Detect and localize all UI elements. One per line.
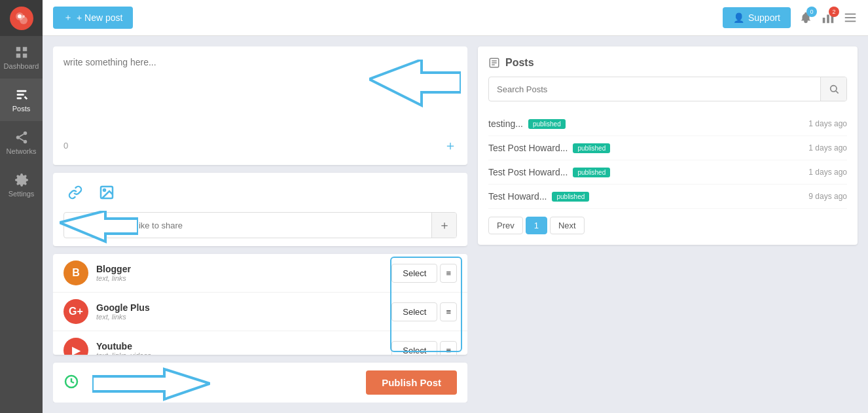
googleplus-menu-button[interactable]: ≡ [440, 302, 457, 321]
textarea-footer: 0 ＋ [63, 137, 457, 154]
url-input-row: ＋ [63, 212, 457, 238]
topbar-right: 👤 Support 0 2 [723, 7, 858, 28]
youtube-actions: Select ≡ [391, 341, 457, 355]
svg-line-14 [19, 138, 23, 141]
topbar-left: ＋ + New post [53, 7, 133, 29]
post-title-2: Test Post Howard... [488, 167, 568, 177]
googleplus-name: Google Plus [96, 302, 384, 313]
svg-line-33 [836, 91, 839, 94]
svg-rect-19 [845, 14, 856, 15]
post-title-1: Test Post Howard... [488, 143, 568, 153]
youtube-info: Youtube text, links, videos [96, 341, 384, 355]
sidebar-item-networks[interactable]: Networks [0, 121, 43, 164]
blogger-menu-button[interactable]: ≡ [440, 264, 457, 283]
posts-panel-title: Posts [488, 57, 847, 69]
post-item-3: Test Howard... published 9 days ago [488, 185, 847, 209]
topbar: ＋ + New post 👤 Support 0 2 [43, 0, 868, 36]
logo-icon [10, 7, 33, 30]
schedule-icon-button[interactable] [63, 374, 79, 391]
blogger-info: Blogger text, links [96, 264, 384, 282]
media-card: ＋ [53, 173, 467, 246]
image-icon-button[interactable] [95, 181, 118, 204]
posts-search-button[interactable] [820, 77, 846, 101]
content-area: 0 ＋ [43, 36, 868, 413]
post-time-2: 1 days ago [808, 168, 847, 177]
googleplus-actions: Select ≡ [391, 302, 457, 321]
chart-icon-button[interactable]: 2 [821, 10, 835, 25]
svg-point-12 [16, 135, 20, 139]
post-textarea[interactable] [63, 57, 457, 129]
youtube-name: Youtube [96, 341, 384, 351]
googleplus-types: text, links [96, 313, 384, 321]
post-item-left-3: Test Howard... published [488, 191, 589, 202]
posts-search-row [488, 77, 847, 101]
post-status-3: published [552, 192, 589, 202]
publish-card: Publish Post [53, 363, 467, 403]
googleplus-info: Google Plus text, links [96, 302, 384, 321]
blogger-name: Blogger [96, 264, 384, 274]
post-item-0: testing... published 1 days ago [488, 112, 847, 136]
menu-icon-button[interactable] [843, 10, 858, 25]
network-row-blogger: B Blogger text, links Select ≡ [53, 254, 467, 293]
svg-line-15 [19, 134, 23, 136]
networks-card: B Blogger text, links Select ≡ G+ Google… [53, 254, 467, 355]
svg-rect-6 [16, 53, 20, 57]
main-content: ＋ + New post 👤 Support 0 2 [43, 0, 868, 413]
svg-rect-8 [16, 90, 26, 92]
post-item-left-2: Test Post Howard... published [488, 167, 610, 177]
network-row-googleplus: G+ Google Plus text, links Select ≡ [53, 293, 467, 331]
publish-post-button[interactable]: Publish Post [366, 370, 457, 395]
youtube-menu-button[interactable]: ≡ [440, 341, 457, 355]
current-page-button[interactable]: 1 [526, 217, 547, 234]
new-post-icon: ＋ [63, 12, 73, 24]
pagination: Prev 1 Next [488, 217, 847, 234]
svg-marker-27 [92, 369, 210, 399]
sidebar-item-settings[interactable]: Settings [0, 164, 43, 206]
svg-point-3 [22, 15, 25, 18]
svg-point-2 [18, 14, 22, 18]
composer-card: 0 ＋ [53, 46, 467, 165]
app-logo[interactable] [0, 0, 43, 36]
post-status-1: published [573, 143, 610, 153]
post-item-left-0: testing... published [488, 118, 566, 129]
notification-count: 0 [806, 7, 817, 17]
right-panel: Posts testing... published 1 days ago [478, 46, 858, 403]
sidebar: Dashboard Posts Networks Settings [0, 0, 43, 413]
char-count: 0 [63, 141, 68, 151]
svg-rect-4 [16, 46, 20, 50]
new-post-button[interactable]: ＋ + New post [53, 7, 133, 29]
googleplus-select-button[interactable]: Select [391, 302, 437, 321]
sidebar-item-dashboard[interactable]: Dashboard [0, 36, 43, 79]
post-item-1: Test Post Howard... published 1 days ago [488, 136, 847, 160]
link-icon-button[interactable] [63, 181, 87, 204]
posts-title-text: Posts [505, 57, 534, 69]
add-content-button[interactable]: ＋ [444, 137, 457, 154]
prev-page-button[interactable]: Prev [488, 217, 523, 234]
svg-point-13 [23, 139, 27, 143]
svg-point-32 [830, 86, 836, 92]
svg-rect-21 [845, 21, 856, 22]
next-page-button[interactable]: Next [550, 217, 585, 234]
chart-count: 2 [829, 7, 839, 17]
support-button[interactable]: 👤 Support [723, 7, 791, 28]
left-panel: 0 ＋ [53, 46, 467, 403]
url-add-button[interactable]: ＋ [431, 213, 456, 238]
svg-point-11 [23, 131, 27, 135]
blogger-select-button[interactable]: Select [391, 264, 437, 283]
youtube-types: text, links, videos [96, 351, 384, 355]
sidebar-label-settings: Settings [9, 190, 35, 198]
notification-bell[interactable]: 0 [799, 10, 813, 25]
svg-rect-16 [823, 18, 825, 23]
sidebar-item-posts[interactable]: Posts [0, 79, 43, 121]
url-input[interactable] [64, 215, 431, 236]
post-item-left-1: Test Post Howard... published [488, 143, 610, 153]
blogger-avatar: B [63, 260, 88, 285]
svg-rect-9 [16, 94, 24, 96]
posts-search-input[interactable] [489, 79, 820, 99]
svg-rect-7 [22, 53, 26, 57]
youtube-select-button[interactable]: Select [391, 341, 437, 355]
sidebar-label-posts: Posts [12, 105, 31, 113]
blogger-actions: Select ≡ [391, 264, 457, 283]
svg-rect-5 [22, 46, 26, 50]
svg-point-24 [103, 189, 105, 191]
